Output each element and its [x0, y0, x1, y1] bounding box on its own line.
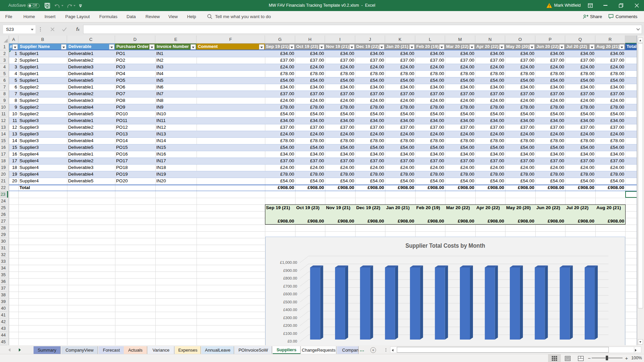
svg-text:£800.00: £800.00 [283, 276, 297, 280]
svg-text:£200.00: £200.00 [283, 323, 297, 327]
svg-text:£1,000.00: £1,000.00 [280, 260, 297, 264]
svg-text:£300.00: £300.00 [283, 316, 297, 320]
svg-text:£400.00: £400.00 [283, 308, 297, 312]
svg-text:£0.00: £0.00 [287, 339, 297, 343]
svg-text:£700.00: £700.00 [283, 284, 297, 288]
svg-text:£100.00: £100.00 [283, 331, 297, 336]
svg-text:£500.00: £500.00 [283, 300, 297, 304]
svg-text:£900.00: £900.00 [283, 268, 297, 273]
svg-text:£600.00: £600.00 [283, 292, 297, 296]
